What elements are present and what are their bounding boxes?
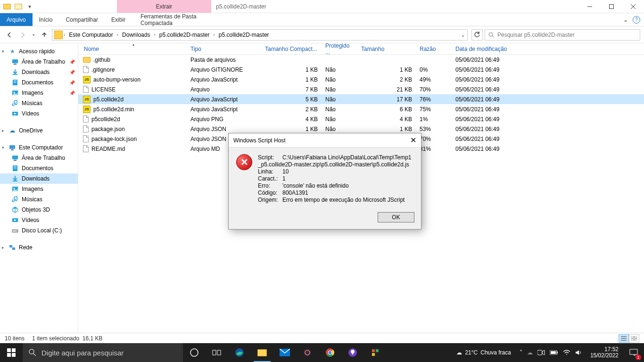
clock[interactable]: 17:52 15/02/2022 — [586, 346, 623, 359]
github-icon[interactable] — [341, 343, 364, 362]
taskbar-search[interactable]: Digite aqui para pesquisar — [23, 343, 183, 362]
qat-overflow[interactable]: ▾ — [25, 1, 35, 12]
chevron-right-icon[interactable]: ▸ — [2, 128, 4, 133]
address-dropdown[interactable]: ⌄ — [461, 32, 465, 38]
onedrive-tray-icon[interactable]: ☁ — [527, 349, 533, 356]
system-tray[interactable]: ˄ ☁ — [516, 349, 586, 356]
sidebar-item[interactable]: Músicas — [0, 194, 78, 205]
file-row[interactable]: JSp5.collide2dArquivo JavaScript5 KBNão1… — [78, 94, 644, 104]
volume-icon[interactable] — [575, 349, 582, 356]
chevron-right-icon[interactable]: ▸ — [2, 245, 4, 250]
protected: Não — [322, 96, 357, 103]
column-compressed-size[interactable]: Tamanho Compact... — [261, 43, 322, 54]
svg-rect-32 — [635, 336, 637, 338]
sidebar-item-label: Área de Trabalho — [22, 155, 65, 161]
file-row[interactable]: package.jsonArquivo JSON1 KBNão1 KB53%05… — [78, 124, 644, 134]
column-protected[interactable]: Protegido ... — [322, 43, 357, 54]
weather-widget[interactable]: ☁ 21°C Chuva fraca — [452, 349, 516, 356]
chevron-right-icon[interactable]: › — [154, 32, 155, 37]
sidebar-item[interactable]: Vídeos — [0, 215, 78, 225]
app-icon[interactable] — [364, 343, 387, 362]
icons-view-button[interactable] — [629, 334, 639, 343]
back-button[interactable] — [4, 29, 15, 41]
ok-button[interactable]: OK — [378, 212, 414, 222]
close-button[interactable] — [622, 0, 644, 13]
file-row[interactable]: .gitignoreArquivo GITIGNORE1 KBNão1 KB0%… — [78, 65, 644, 74]
chrome-icon[interactable] — [319, 343, 341, 362]
file-row[interactable]: JSp5.collide2d.minArquivo JavaScript2 KB… — [78, 104, 644, 114]
sidebar-item[interactable]: Área de Trabalho📌 — [0, 57, 78, 67]
start-button[interactable] — [0, 343, 23, 362]
breadcrumb-item[interactable]: p5.collide2D-master — [216, 30, 272, 40]
sidebar-item-label: Músicas — [22, 100, 42, 107]
battery-icon[interactable] — [550, 350, 558, 355]
close-icon[interactable]: ✕ — [410, 136, 416, 145]
up-button[interactable] — [39, 29, 50, 41]
forward-button[interactable] — [17, 29, 28, 41]
minimize-button[interactable] — [579, 0, 601, 13]
edge-icon[interactable] — [228, 343, 251, 362]
breadcrumb-item[interactable]: p5.collide2D-master — [157, 30, 213, 40]
tab-home[interactable]: Início — [33, 13, 59, 26]
sidebar-item[interactable]: Músicas — [0, 98, 78, 108]
mail-icon[interactable] — [273, 343, 296, 362]
column-ratio[interactable]: Razão — [416, 43, 452, 54]
sidebar-item[interactable]: Documentos — [0, 163, 78, 173]
chevron-down-icon[interactable]: ▾ — [2, 145, 4, 150]
tab-file[interactable]: Arquivo — [0, 13, 33, 26]
sidebar-quick-access[interactable]: ▾ ★ Acesso rápido — [0, 46, 78, 57]
maximize-button[interactable] — [601, 0, 622, 13]
file-row[interactable]: .githubPasta de arquivos05/06/2021 06:49 — [78, 55, 644, 65]
sidebar-item[interactable]: Disco Local (C:) — [0, 225, 78, 236]
sidebar-item[interactable]: Vídeos — [0, 108, 78, 119]
sidebar-this-pc[interactable]: ▾ Este Computador — [0, 142, 78, 153]
wifi-icon[interactable] — [563, 350, 570, 355]
breadcrumb-item[interactable]: Downloads — [119, 30, 153, 40]
sidebar-item[interactable]: Downloads📌 — [0, 67, 78, 77]
file-row[interactable]: p5collide2dArquivo PNG4 KBNão4 KB1%05/06… — [78, 114, 644, 124]
sidebar-item[interactable]: Área de Trabalho — [0, 153, 78, 163]
sidebar-item[interactable]: Documentos📌 — [0, 77, 78, 88]
sidebar-network[interactable]: ▸ Rede — [0, 242, 78, 253]
sidebar-item[interactable]: Imagens📌 — [0, 88, 78, 98]
column-type[interactable]: Tipo — [187, 43, 261, 54]
help-icon[interactable]: ? — [633, 16, 640, 24]
column-name[interactable]: ▴Nome — [78, 43, 187, 54]
tab-compressed-tools[interactable]: Ferramentas de Pasta Compactada — [134, 13, 215, 26]
sidebar-item[interactable]: Objetos 3D — [0, 205, 78, 215]
notifications-button[interactable]: 1 — [623, 349, 644, 356]
file-name: .github — [93, 57, 110, 63]
explorer-icon[interactable] — [251, 343, 273, 362]
sidebar-onedrive[interactable]: ▸ ☁ OneDrive — [0, 125, 78, 136]
svg-point-41 — [190, 349, 198, 356]
chevron-down-icon[interactable]: ▾ — [2, 49, 4, 54]
task-view-icon[interactable] — [206, 343, 228, 362]
details-view-button[interactable] — [619, 334, 629, 343]
recent-dropdown[interactable]: ▾ — [30, 29, 37, 41]
breadcrumb-item[interactable]: Este Computador — [66, 30, 116, 40]
dialog-title-bar[interactable]: Windows Script Host ✕ — [229, 133, 421, 148]
error-dialog: Windows Script Host ✕ ✕ Script:C:\Users\… — [228, 133, 421, 230]
file-row[interactable]: JSauto-bump-versionArquivo JavaScript1 K… — [78, 74, 644, 84]
file-row[interactable]: LICENSEArquivo7 KBNão21 KB70%05/06/2021 … — [78, 84, 644, 94]
chevron-right-icon[interactable]: › — [117, 32, 118, 37]
search-box[interactable]: Pesquisar p5.collide2D-master — [485, 29, 640, 41]
ribbon-expand-icon[interactable]: ⌄ — [623, 16, 628, 23]
eclipse-icon[interactable] — [296, 343, 319, 362]
refresh-button[interactable] — [471, 29, 483, 41]
column-size[interactable]: Tamanho — [357, 43, 416, 54]
qat-item[interactable] — [13, 1, 24, 12]
address-bar[interactable]: › Este Computador › Downloads › p5.colli… — [52, 29, 468, 41]
date-modified: 05/06/2021 06:49 — [452, 116, 644, 123]
file-icon — [83, 115, 89, 123]
tab-share[interactable]: Compartilhar — [59, 13, 105, 26]
tray-overflow-icon[interactable]: ˄ — [520, 349, 522, 356]
chevron-right-icon[interactable]: › — [214, 32, 215, 37]
cortana-icon[interactable] — [183, 343, 206, 362]
column-date[interactable]: Data de modificação — [452, 43, 644, 54]
meet-now-icon[interactable] — [537, 350, 545, 355]
compressed-size: 1 KB — [261, 66, 322, 73]
sidebar-item[interactable]: Downloads — [0, 173, 78, 184]
chevron-right-icon[interactable]: › — [64, 32, 65, 37]
sidebar-item[interactable]: Imagens — [0, 184, 78, 194]
